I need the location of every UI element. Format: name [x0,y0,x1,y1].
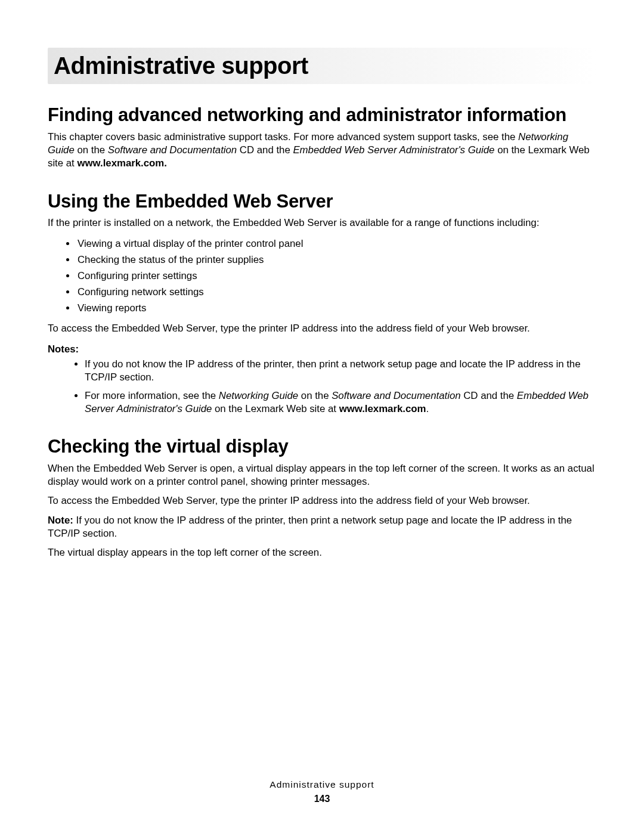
section3-p4: The virtual display appears in the top l… [48,546,596,559]
italic-software-cd: Software and Documentation [332,390,460,401]
text: For more information, see the [85,390,219,401]
list-item: Checking the status of the printer suppl… [76,252,596,267]
list-item: Viewing reports [76,301,596,315]
section1-paragraph: This chapter covers basic administrative… [48,131,596,171]
chapter-title: Administrative support [48,48,596,84]
text: CD and the [237,144,293,156]
text: This chapter covers basic administrative… [48,131,518,143]
section3-p1: When the Embedded Web Server is open, a … [48,462,596,489]
list-item: Viewing a virtual display of the printer… [76,236,596,251]
section-heading-finding: Finding advanced networking and administ… [48,104,596,126]
url-lexmark: www.lexmark.com. [77,157,166,169]
section-heading-virtual-display: Checking the virtual display [48,436,596,457]
section3-p3: Note: If you do not know the IP address … [48,514,596,541]
text: on the [75,144,108,156]
note-label: Note: [48,515,73,526]
note-item: If you do not know the IP address of the… [85,358,596,385]
text: If you do not know the IP address of the… [48,515,572,539]
italic-ews-guide: Embedded Web Server Administrator's Guid… [293,144,494,156]
text: on the Lexmark Web site at [212,403,339,414]
section-heading-ews: Using the Embedded Web Server [48,191,596,212]
page-footer: Administrative support 143 [0,779,644,804]
list-item: Configuring printer settings [76,268,596,283]
feature-list: Viewing a virtual display of the printer… [48,236,596,316]
notes-list: If you do not know the IP address of the… [48,358,596,416]
footer-section-title: Administrative support [0,779,644,790]
text: . [426,403,429,414]
italic-networking-guide: Networking Guide [219,390,298,401]
url-lexmark: www.lexmark.com [339,403,426,414]
notes-label: Notes: [48,343,596,355]
note-item: For more information, see the Networking… [85,389,596,416]
section2-access: To access the Embedded Web Server, type … [48,322,596,335]
section3-p2: To access the Embedded Web Server, type … [48,494,596,507]
list-item: Configuring network settings [76,284,596,299]
document-page: Administrative support Finding advanced … [0,0,644,833]
italic-software-cd: Software and Documentation [108,144,237,156]
text: on the [298,390,332,401]
footer-page-number: 143 [0,794,644,804]
text: CD and the [461,390,517,401]
section2-intro: If the printer is installed on a network… [48,216,596,230]
